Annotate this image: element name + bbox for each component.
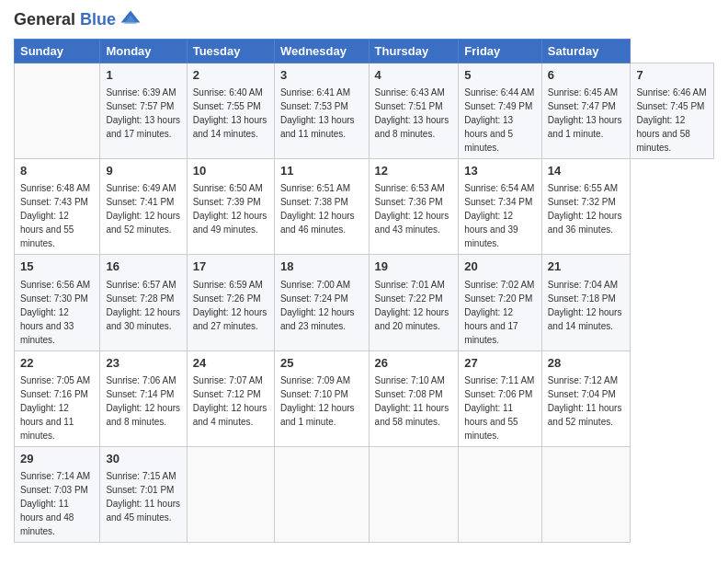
calendar-cell: 1Sunrise: 6:39 AMSunset: 7:57 PMDaylight… [100,63,187,159]
calendar-cell: 14Sunrise: 6:55 AMSunset: 7:32 PMDayligh… [541,159,631,255]
calendar-cell: 28Sunrise: 7:12 AMSunset: 7:04 PMDayligh… [541,350,631,446]
day-info: Sunrise: 7:05 AMSunset: 7:16 PMDaylight:… [20,373,94,442]
day-info: Sunrise: 6:43 AMSunset: 7:51 PMDaylight:… [375,86,453,141]
page-container: General Blue SundayMondayTuesdayWednesda… [0,0,728,552]
day-info: Sunrise: 6:45 AMSunset: 7:47 PMDaylight:… [548,86,625,141]
day-number: 24 [193,355,268,372]
day-info: Sunrise: 6:55 AMSunset: 7:32 PMDaylight:… [548,181,625,236]
calendar-cell: 12Sunrise: 6:53 AMSunset: 7:36 PMDayligh… [369,159,459,255]
day-number: 19 [375,259,453,275]
calendar-header-row: SundayMondayTuesdayWednesdayThursdayFrid… [15,40,714,63]
day-info: Sunrise: 6:49 AMSunset: 7:41 PMDaylight:… [106,181,180,236]
calendar-cell: 19Sunrise: 7:01 AMSunset: 7:22 PMDayligh… [369,255,459,350]
calendar-cell: 5Sunrise: 6:44 AMSunset: 7:49 PMDaylight… [459,63,542,159]
calendar-cell: 23Sunrise: 7:06 AMSunset: 7:14 PMDayligh… [100,350,187,446]
weekday-header-thursday: Thursday [369,40,459,63]
day-number: 12 [375,163,453,179]
calendar-cell: 24Sunrise: 7:07 AMSunset: 7:12 PMDayligh… [187,350,274,446]
day-info: Sunrise: 7:00 AMSunset: 7:24 PMDaylight:… [280,278,363,333]
calendar-cell: 22Sunrise: 7:05 AMSunset: 7:16 PMDayligh… [15,350,100,446]
day-number: 29 [20,451,94,467]
calendar-cell: 29Sunrise: 7:14 AMSunset: 7:03 PMDayligh… [15,446,100,542]
calendar-cell: 18Sunrise: 7:00 AMSunset: 7:24 PMDayligh… [274,255,369,350]
day-info: Sunrise: 6:56 AMSunset: 7:30 PMDaylight:… [20,278,94,347]
day-info: Sunrise: 6:39 AMSunset: 7:57 PMDaylight:… [106,86,180,141]
weekday-header-friday: Friday [459,40,542,63]
calendar-week-2: 8Sunrise: 6:48 AMSunset: 7:43 PMDaylight… [15,159,714,255]
weekday-header-sunday: Sunday [15,40,100,63]
logo: General Blue [14,9,142,31]
calendar-cell: 15Sunrise: 6:56 AMSunset: 7:30 PMDayligh… [15,255,100,350]
calendar-table: SundayMondayTuesdayWednesdayThursdayFrid… [14,39,714,543]
day-number: 22 [20,355,94,372]
day-number: 13 [464,163,536,179]
day-info: Sunrise: 6:40 AMSunset: 7:55 PMDaylight:… [193,86,268,141]
calendar-cell: 3Sunrise: 6:41 AMSunset: 7:53 PMDaylight… [274,63,369,159]
calendar-week-3: 15Sunrise: 6:56 AMSunset: 7:30 PMDayligh… [15,255,714,350]
day-info: Sunrise: 7:06 AMSunset: 7:14 PMDaylight:… [106,373,180,429]
day-number: 9 [106,163,180,179]
calendar-cell: 6Sunrise: 6:45 AMSunset: 7:47 PMDaylight… [541,63,631,159]
day-number: 21 [548,259,625,275]
calendar-cell [459,446,542,542]
day-info: Sunrise: 7:01 AMSunset: 7:22 PMDaylight:… [375,278,453,333]
weekday-header-monday: Monday [100,40,187,63]
calendar-cell: 17Sunrise: 6:59 AMSunset: 7:26 PMDayligh… [187,255,274,350]
day-info: Sunrise: 6:48 AMSunset: 7:43 PMDaylight:… [20,181,94,250]
day-number: 4 [375,67,453,84]
day-number: 25 [280,355,363,372]
calendar-cell: 8Sunrise: 6:48 AMSunset: 7:43 PMDaylight… [15,159,100,255]
day-number: 6 [548,67,625,84]
calendar-cell [15,63,100,159]
logo-icon [119,9,142,31]
page-header: General Blue [14,9,714,31]
day-info: Sunrise: 6:50 AMSunset: 7:39 PMDaylight:… [193,181,268,236]
calendar-cell: 20Sunrise: 7:02 AMSunset: 7:20 PMDayligh… [459,255,542,350]
day-info: Sunrise: 6:46 AMSunset: 7:45 PMDaylight:… [636,86,708,155]
day-number: 16 [106,259,180,275]
day-info: Sunrise: 6:44 AMSunset: 7:49 PMDaylight:… [464,86,536,155]
calendar-cell: 9Sunrise: 6:49 AMSunset: 7:41 PMDaylight… [100,159,187,255]
calendar-cell: 7Sunrise: 6:46 AMSunset: 7:45 PMDaylight… [631,63,714,159]
calendar-cell: 13Sunrise: 6:54 AMSunset: 7:34 PMDayligh… [459,159,542,255]
calendar-cell [274,446,369,542]
day-number: 14 [548,163,625,179]
day-number: 18 [280,259,363,275]
calendar-cell: 25Sunrise: 7:09 AMSunset: 7:10 PMDayligh… [274,350,369,446]
day-number: 2 [193,67,268,84]
day-number: 30 [106,451,180,467]
day-info: Sunrise: 7:04 AMSunset: 7:18 PMDaylight:… [548,278,625,333]
day-number: 1 [106,67,180,84]
day-info: Sunrise: 7:12 AMSunset: 7:04 PMDaylight:… [548,373,625,429]
day-number: 15 [20,259,94,275]
day-number: 8 [20,163,94,179]
day-number: 10 [193,163,268,179]
calendar-cell [187,446,274,542]
day-info: Sunrise: 6:53 AMSunset: 7:36 PMDaylight:… [375,181,453,236]
calendar-cell: 27Sunrise: 7:11 AMSunset: 7:06 PMDayligh… [459,350,542,446]
calendar-week-4: 22Sunrise: 7:05 AMSunset: 7:16 PMDayligh… [15,350,714,446]
day-number: 20 [464,259,536,275]
calendar-week-5: 29Sunrise: 7:14 AMSunset: 7:03 PMDayligh… [15,446,714,542]
day-info: Sunrise: 7:07 AMSunset: 7:12 PMDaylight:… [193,373,268,429]
weekday-header-saturday: Saturday [541,40,631,63]
day-info: Sunrise: 7:11 AMSunset: 7:06 PMDaylight:… [464,373,536,442]
logo-text: General Blue [14,10,116,30]
day-number: 17 [193,259,268,275]
calendar-cell: 30Sunrise: 7:15 AMSunset: 7:01 PMDayligh… [100,446,187,542]
day-number: 3 [280,67,363,84]
day-info: Sunrise: 7:15 AMSunset: 7:01 PMDaylight:… [106,469,180,524]
calendar-cell: 4Sunrise: 6:43 AMSunset: 7:51 PMDaylight… [369,63,459,159]
day-number: 5 [464,67,536,84]
calendar-cell: 2Sunrise: 6:40 AMSunset: 7:55 PMDaylight… [187,63,274,159]
calendar-cell [541,446,631,542]
day-info: Sunrise: 6:54 AMSunset: 7:34 PMDaylight:… [464,181,536,250]
day-number: 7 [636,67,708,84]
day-info: Sunrise: 6:51 AMSunset: 7:38 PMDaylight:… [280,181,363,236]
day-info: Sunrise: 7:14 AMSunset: 7:03 PMDaylight:… [20,469,94,538]
calendar-cell: 21Sunrise: 7:04 AMSunset: 7:18 PMDayligh… [541,255,631,350]
day-number: 27 [464,355,536,372]
calendar-body: 1Sunrise: 6:39 AMSunset: 7:57 PMDaylight… [15,63,714,543]
weekday-header-tuesday: Tuesday [187,40,274,63]
day-info: Sunrise: 7:10 AMSunset: 7:08 PMDaylight:… [375,373,453,429]
